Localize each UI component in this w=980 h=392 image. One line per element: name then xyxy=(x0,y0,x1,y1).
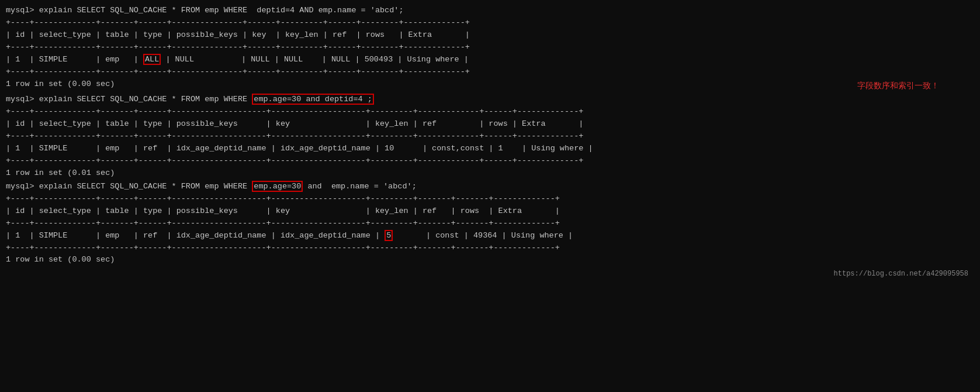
data-row-2: | 1 | SIMPLE | emp | ref | idx_age_depti… xyxy=(6,143,974,155)
divider-3b: +----+-------------+-------+------+-----… xyxy=(6,218,974,230)
result-3: 1 row in set (0.00 sec) xyxy=(6,254,974,266)
divider-1b: +----+-------------+-------+------+-----… xyxy=(6,42,974,54)
divider-3c: +----+-------------+-------+------+-----… xyxy=(6,242,974,255)
header-3: | id | select_type | table | type | poss… xyxy=(6,205,974,218)
divider-3a: +----+-------------+-------+------+-----… xyxy=(6,193,974,205)
data-prefix-1: | 1 | SIMPLE | emp | xyxy=(6,55,138,64)
data-prefix-3: | 1 | SIMPLE | emp | ref | idx_age_depti… xyxy=(6,231,380,240)
prompt-suffix-3: and emp.name = 'abcd'; xyxy=(303,182,416,191)
divider-2b: +----+-------------+-------+------+-----… xyxy=(6,130,974,143)
where-highlight-3: emp.age=30 xyxy=(252,181,303,192)
result-2: 1 row in set (0.01 sec) xyxy=(6,167,974,180)
header-2: | id | select_type | table | type | poss… xyxy=(6,118,974,130)
keylen-highlight-3: 5 xyxy=(385,230,393,241)
where-highlight-2: emp.age=30 and deptid=4 ; xyxy=(252,94,374,105)
query-block-3: mysql> explain SELECT SQL_NO_CACHE * FRO… xyxy=(6,181,974,266)
prompt-prefix-3: mysql> explain SELECT SQL_NO_CACHE * FRO… xyxy=(6,182,252,191)
data-suffix-1: | NULL | NULL | NULL | NULL | 500493 | U… xyxy=(165,55,468,64)
query-line-3: mysql> explain SELECT SQL_NO_CACHE * FRO… xyxy=(6,181,974,193)
data-row-1: | 1 | SIMPLE | emp | ALL | NULL | NULL |… xyxy=(6,54,974,66)
query-line-1: mysql> explain SELECT SQL_NO_CACHE * FRO… xyxy=(6,5,974,17)
divider-1a: +----+-------------+-------+------+-----… xyxy=(6,17,974,29)
prompt-prefix-2: mysql> explain SELECT SQL_NO_CACHE * FRO… xyxy=(6,95,252,104)
annotation-text: 字段数序和索引一致！ xyxy=(857,81,939,91)
divider-2a: +----+-------------+-------+------+-----… xyxy=(6,106,974,118)
data-suffix-3: | const | 49364 | Using where | xyxy=(426,231,573,240)
header-1: | id | select_type | table | type | poss… xyxy=(6,29,974,42)
type-highlight-1: ALL xyxy=(143,54,161,65)
terminal: mysql> explain SELECT SQL_NO_CACHE * FRO… xyxy=(0,0,980,285)
divider-1c: +----+-------------+-------+------+-----… xyxy=(6,66,974,78)
query-line-2: mysql> explain SELECT SQL_NO_CACHE * FRO… xyxy=(6,94,974,106)
footer-url: https://blog.csdn.net/a429095958 xyxy=(6,267,974,280)
data-row-3: | 1 | SIMPLE | emp | ref | idx_age_depti… xyxy=(6,230,974,242)
divider-2c: +----+-------------+-------+------+-----… xyxy=(6,155,974,167)
query-block-2: mysql> explain SELECT SQL_NO_CACHE * FRO… xyxy=(6,94,974,179)
query-block-1: mysql> explain SELECT SQL_NO_CACHE * FRO… xyxy=(6,5,974,90)
